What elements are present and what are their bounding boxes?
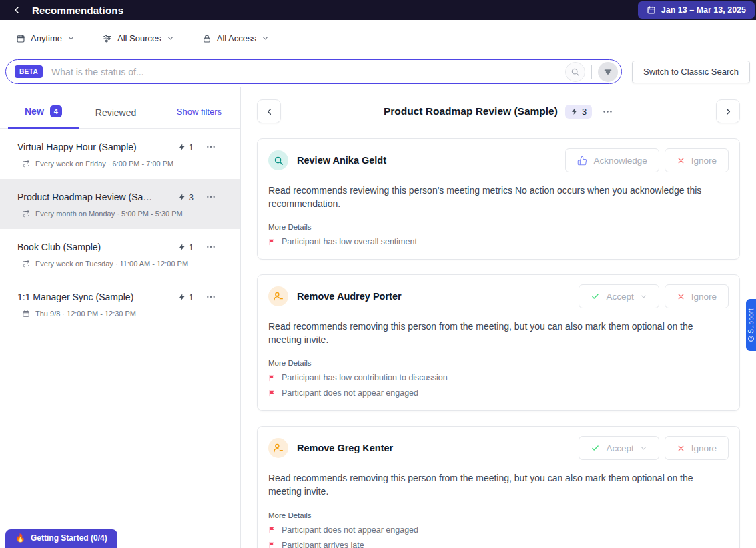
- previous-meeting-button[interactable]: [257, 99, 281, 123]
- flag-icon: [268, 526, 276, 533]
- main-header: Product Roadmap Review (Sample) 3: [241, 87, 756, 123]
- factor-item: Participant has low contribution to disc…: [268, 373, 729, 382]
- show-filters-link[interactable]: Show filters: [177, 107, 222, 128]
- card-title: Review Anika Geldt: [297, 155, 386, 166]
- more-menu-icon[interactable]: [206, 242, 216, 252]
- lock-icon: [202, 34, 212, 43]
- recommendation-count-badge: 3: [565, 105, 592, 119]
- calendar-icon: [16, 34, 25, 43]
- content-area: New 4 Reviewed Show filters Virtual Happ…: [0, 87, 756, 548]
- funnel-icon: [603, 67, 613, 77]
- next-meeting-button[interactable]: [716, 99, 740, 123]
- search-submit-button[interactable]: [565, 62, 585, 82]
- filter-all-access[interactable]: All Access: [202, 33, 269, 43]
- main-panel: Product Roadmap Review (Sample) 3: [241, 87, 756, 548]
- review-person-icon: [268, 150, 288, 170]
- meeting-title-heading: Product Roadmap Review (Sample): [384, 105, 558, 117]
- ignore-button[interactable]: Ignore: [665, 148, 729, 172]
- chevron-left-icon: [11, 5, 22, 15]
- recommendation-card: Remove Audrey Porter Accept Ignore: [257, 274, 740, 411]
- switch-classic-search-button[interactable]: Switch to Classic Search: [632, 61, 750, 83]
- calendar-icon: [647, 5, 656, 15]
- list-item[interactable]: Book Club (Sample) 1 Every week on Tuesd…: [0, 229, 240, 279]
- flag-icon: [268, 541, 276, 548]
- ignore-button[interactable]: Ignore: [665, 436, 729, 460]
- accept-button[interactable]: Accept: [579, 284, 659, 308]
- support-tab[interactable]: Support ?: [746, 299, 756, 351]
- card-description: Read recommends removing this person fro…: [268, 320, 722, 346]
- list-item[interactable]: Virtual Happy Hour (Sample) 1 Every week…: [0, 129, 240, 179]
- meeting-schedule: Thu 9/8 · 12:00 PM - 12:30 PM: [35, 310, 136, 318]
- recurring-icon: [22, 210, 30, 218]
- recommendation-count: 1: [178, 292, 194, 302]
- factor-item: Participant does not appear engaged: [268, 388, 729, 398]
- flame-icon: 🔥: [15, 533, 25, 543]
- bolt-icon: [178, 243, 186, 251]
- filter-label: All Sources: [117, 33, 161, 43]
- search-input[interactable]: [51, 67, 565, 77]
- recommendation-count: 1: [178, 142, 194, 152]
- list-item-selected[interactable]: Product Roadmap Review (Sample) 3 Every …: [0, 179, 240, 229]
- recommendation-card: Remove Greg Kenter Accept Ignore: [257, 426, 740, 548]
- meeting-title: Virtual Happy Hour (Sample): [17, 142, 155, 152]
- bolt-icon: [571, 107, 579, 115]
- filter-anytime[interactable]: Anytime: [16, 33, 75, 43]
- filter-label: Anytime: [31, 33, 62, 43]
- page-title: Recommendations: [32, 5, 123, 16]
- top-bar: Recommendations Jan 13 – Mar 13, 2025: [0, 0, 756, 20]
- filter-all-sources[interactable]: All Sources: [103, 33, 174, 43]
- x-icon: [677, 444, 685, 453]
- factor-item: Participant arrives late: [268, 541, 729, 548]
- getting-started-label: Getting Started (0/4): [31, 533, 107, 543]
- acknowledge-button[interactable]: Acknowledge: [565, 148, 659, 172]
- search-bar: BETA Switch to Classic Search: [0, 57, 756, 87]
- flag-icon: [268, 390, 276, 397]
- recommendation-card: Review Anika Geldt Acknowledge Ignore: [257, 138, 740, 260]
- filter-label: All Access: [217, 33, 256, 43]
- flag-icon: [268, 374, 276, 382]
- ignore-button[interactable]: Ignore: [665, 284, 729, 308]
- card-description: Read recommends removing this person fro…: [268, 472, 722, 498]
- date-range-button[interactable]: Jan 13 – Mar 13, 2025: [638, 1, 755, 19]
- chevron-down-icon: [262, 35, 269, 42]
- support-label: Support: [747, 308, 755, 334]
- tab-reviewed[interactable]: Reviewed: [79, 107, 153, 128]
- sidebar: New 4 Reviewed Show filters Virtual Happ…: [0, 87, 241, 548]
- help-circle-icon: ?: [748, 336, 754, 342]
- meeting-list: Virtual Happy Hour (Sample) 1 Every week…: [0, 129, 240, 329]
- factor-item: Participant has low overall sentiment: [268, 237, 729, 246]
- back-button[interactable]: [8, 1, 25, 19]
- chevron-down-icon: [640, 293, 647, 300]
- divider: [591, 65, 592, 79]
- sidebar-tabs: New 4 Reviewed Show filters: [0, 87, 240, 129]
- accept-button[interactable]: Accept: [579, 436, 659, 460]
- recommendation-count: 1: [178, 242, 194, 252]
- beta-badge: BETA: [15, 65, 43, 78]
- more-details-label: More Details: [268, 223, 729, 231]
- more-menu-icon[interactable]: [602, 106, 613, 117]
- chevron-down-icon: [640, 445, 647, 452]
- list-item[interactable]: 1:1 Manager Sync (Sample) 1 Thu 9/8 · 12…: [0, 279, 240, 329]
- tab-new[interactable]: New 4: [8, 105, 79, 129]
- more-menu-icon[interactable]: [206, 192, 216, 202]
- meeting-title: Product Roadmap Review (Sample): [17, 192, 155, 202]
- more-menu-icon[interactable]: [206, 142, 216, 152]
- filter-bar: Anytime All Sources All Access: [0, 20, 756, 57]
- recurring-icon: [22, 260, 30, 268]
- card-description: Read recommends reviewing this person's …: [268, 184, 722, 210]
- card-title: Remove Audrey Porter: [297, 291, 402, 302]
- ai-search-pill: BETA: [5, 59, 622, 84]
- more-menu-icon[interactable]: [206, 292, 216, 302]
- sources-icon: [103, 34, 112, 43]
- more-details-label: More Details: [268, 359, 729, 367]
- remove-person-icon: [268, 438, 288, 458]
- chevron-down-icon: [67, 35, 75, 42]
- bolt-icon: [178, 143, 186, 151]
- x-icon: [677, 156, 685, 165]
- meeting-schedule: Every week on Friday · 6:00 PM - 7:00 PM: [35, 160, 173, 168]
- getting-started-button[interactable]: 🔥 Getting Started (0/4): [5, 529, 117, 548]
- chevron-down-icon: [167, 35, 174, 42]
- search-filter-button[interactable]: [598, 62, 618, 82]
- calendar-icon: [22, 310, 30, 318]
- date-range-label: Jan 13 – Mar 13, 2025: [661, 5, 746, 15]
